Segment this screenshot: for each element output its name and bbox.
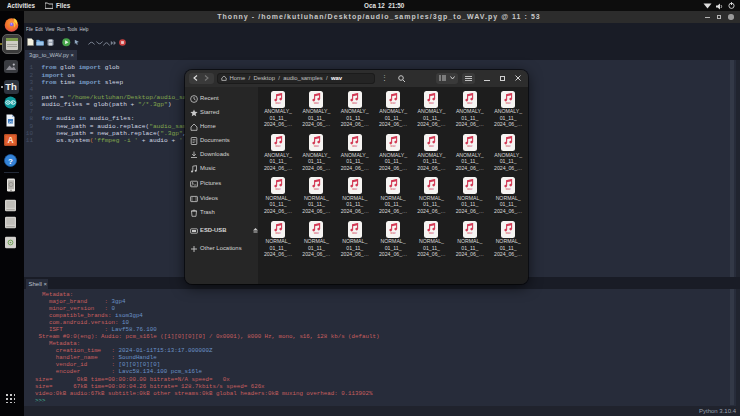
svg-text:?: ?	[8, 157, 13, 166]
